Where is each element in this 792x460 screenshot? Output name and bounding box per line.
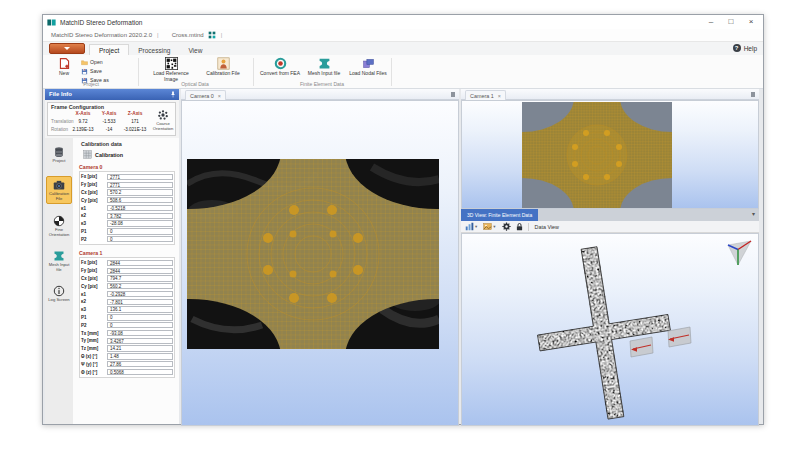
param-value-field[interactable]: 0: [107, 314, 173, 320]
param-row: Ψ (y) [°]27.86: [81, 360, 173, 368]
file-info-panel: Frame Configuration X-Axis Y-Axis Z-Axis…: [45, 100, 179, 424]
param-value-field[interactable]: 2844: [107, 268, 173, 274]
sidebar-item-log-screen[interactable]: Log Screen: [46, 283, 72, 305]
calibration-file-button[interactable]: Calibration File: [201, 57, 245, 77]
param-value-field[interactable]: -28.08: [107, 220, 173, 226]
close-icon[interactable]: ×: [498, 93, 501, 99]
chevron-down-icon[interactable]: ▾: [475, 224, 477, 229]
help-icon: ?: [733, 44, 741, 52]
file-info-panel-header[interactable]: File Info: [45, 89, 179, 100]
open-button[interactable]: Open: [81, 58, 103, 66]
tab-project[interactable]: Project: [89, 44, 129, 55]
desktop-background: MatchID Stereo Deformation – □ × MatchID…: [0, 0, 792, 460]
param-label: P2: [81, 323, 107, 328]
texture-button[interactable]: [483, 222, 492, 231]
gear-icon: [502, 222, 511, 231]
param-value-field[interactable]: 14.21: [107, 345, 173, 351]
settings-button[interactable]: [502, 222, 511, 231]
matchid-logo-icon: [208, 31, 216, 39]
file-menu-button[interactable]: [49, 43, 85, 54]
load-reference-image-button[interactable]: Load Reference Image: [146, 57, 196, 82]
view3d-viewport[interactable]: [461, 233, 759, 426]
tab-processing[interactable]: Processing: [129, 45, 179, 55]
view3d-header-tab[interactable]: 3D View: Finite Element Data: [461, 209, 538, 221]
save-button[interactable]: Save: [81, 67, 102, 75]
rotation-y-value: -14: [96, 127, 122, 132]
param-label: κ3: [81, 307, 107, 312]
camera0-viewport[interactable]: [181, 100, 459, 426]
panel-menu-icon[interactable]: ▾: [752, 210, 755, 217]
param-value-field[interactable]: -93.08: [107, 330, 173, 336]
param-value-field[interactable]: 0.5068: [107, 369, 173, 375]
lock-button[interactable]: [515, 222, 524, 231]
help-button[interactable]: ? Help: [733, 44, 757, 52]
param-row: Ty [mm]3.4267: [81, 337, 173, 345]
sidebar-item-fine-orientation[interactable]: Fine Orientation: [46, 213, 72, 239]
param-value-field[interactable]: 2771: [107, 174, 173, 180]
mesh-input-file-button[interactable]: Mesh Input file: [303, 57, 345, 77]
param-label: Cx [pix]: [81, 190, 107, 195]
param-label: Ty [mm]: [81, 338, 107, 343]
mesh-input-file-icon: [53, 250, 65, 262]
param-value-field[interactable]: 3.4267: [107, 338, 173, 344]
param-value-field[interactable]: 27.86: [107, 361, 173, 367]
calibration-content: Calibration data Calibration Camera 0 Fx…: [73, 138, 179, 424]
param-label: Cx [pix]: [81, 276, 107, 281]
camera1-tab[interactable]: Camera 1 ×: [465, 90, 506, 100]
sidebar-item-mesh-input-file[interactable]: Mesh Input file: [46, 248, 72, 274]
param-value-field[interactable]: 0: [107, 228, 173, 234]
minimize-button[interactable]: –: [701, 15, 721, 28]
sidebar-item-calibration-file[interactable]: Calibration File: [46, 176, 72, 204]
calibration-data-group-label: Calibration data: [81, 141, 122, 147]
param-row: P20: [81, 235, 173, 243]
param-value-field[interactable]: 0: [107, 322, 173, 328]
convert-from-fea-button[interactable]: Convert from FEA: [259, 57, 301, 77]
sidebar-item-project[interactable]: Project: [46, 144, 72, 166]
param-value-field[interactable]: 508.6: [107, 197, 173, 203]
pin-icon[interactable]: [451, 92, 455, 97]
param-label: Ψ (y) [°]: [81, 362, 107, 367]
param-row: Tz [mm]14.21: [81, 345, 173, 353]
param-label: κ1: [81, 206, 107, 211]
load-nodal-files-button[interactable]: Load Nodal Files: [347, 57, 389, 77]
camera1-image: [522, 102, 672, 208]
param-label: P1: [81, 229, 107, 234]
param-value-field[interactable]: -0.2928: [107, 291, 173, 297]
param-label: Tz [mm]: [81, 346, 107, 351]
param-value-field[interactable]: 136.1: [107, 306, 173, 312]
param-row: Cx [pix]794.7: [81, 275, 173, 283]
new-button[interactable]: New: [51, 57, 77, 77]
translation-z-value: 171: [122, 119, 148, 124]
app-icon: [47, 18, 56, 27]
chevron-down-icon[interactable]: ▾: [493, 224, 495, 229]
close-icon[interactable]: ×: [218, 93, 221, 99]
new-icon: [58, 57, 71, 70]
param-value-field[interactable]: 3.782: [107, 213, 173, 219]
param-value-field[interactable]: 1.48: [107, 353, 173, 359]
tab-view[interactable]: View: [179, 45, 211, 55]
param-value-field[interactable]: 2771: [107, 182, 173, 188]
param-value-field[interactable]: 794.7: [107, 275, 173, 281]
chevron-down-icon: [64, 47, 70, 50]
app-version-text: MatchID Stereo Deformation 2020.2.0: [51, 32, 152, 38]
camera1-viewport[interactable]: [461, 100, 759, 209]
param-value-field[interactable]: 560.2: [107, 283, 173, 289]
param-row: P20: [81, 321, 173, 329]
camera-icon: [53, 179, 65, 191]
param-value-field[interactable]: -7.801: [107, 299, 173, 305]
param-label: P1: [81, 315, 107, 320]
camera0-tab[interactable]: Camera 0 ×: [185, 90, 226, 100]
param-label: κ1: [81, 292, 107, 297]
chart-type-button[interactable]: [465, 222, 474, 231]
pin-icon[interactable]: [751, 92, 755, 97]
calibration-item[interactable]: Calibration: [83, 150, 123, 159]
help-label: Help: [744, 45, 757, 52]
param-value-field[interactable]: 0: [107, 236, 173, 242]
lock-icon: [515, 222, 524, 231]
close-button[interactable]: ×: [741, 15, 761, 28]
param-value-field[interactable]: -0.5218: [107, 205, 173, 211]
maximize-button[interactable]: □: [721, 15, 741, 28]
param-value-field[interactable]: 570.2: [107, 189, 173, 195]
coarse-orientation-button[interactable]: Coarse Orientation: [150, 109, 176, 132]
param-value-field[interactable]: 2844: [107, 260, 173, 266]
